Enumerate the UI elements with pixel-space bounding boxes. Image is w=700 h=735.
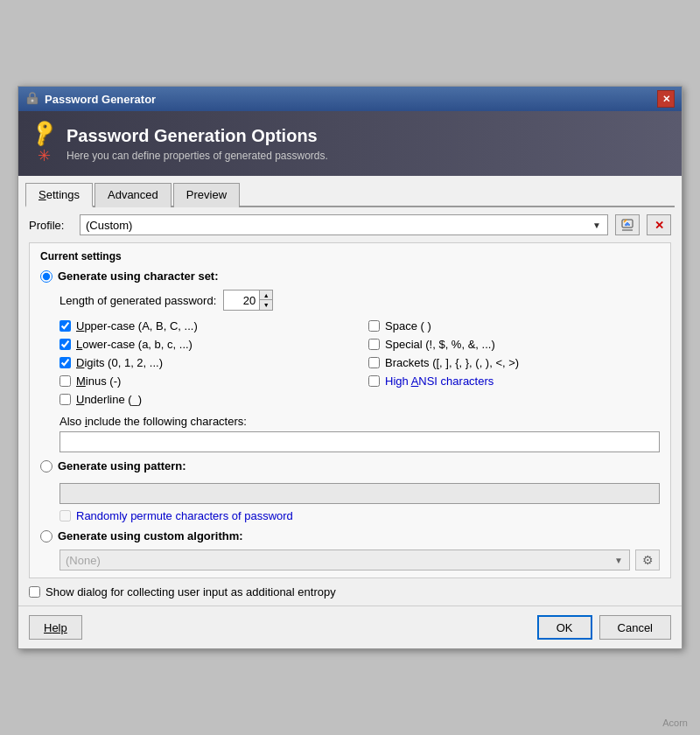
permute-row: Randomly permute characters of password [60,509,660,522]
ok-button[interactable]: OK [537,615,592,640]
special-checkbox[interactable] [368,339,380,350]
title-bar: Password Generator ✕ [18,87,682,111]
header-icons: 🔑 ✳ [32,122,56,165]
uppercase-checkbox[interactable] [60,320,71,332]
algo-select: (None) [60,550,630,570]
radio-charset-option: Generate using character set: [40,270,660,283]
pattern-label: Generate using pattern: [58,459,186,472]
length-increment-button[interactable]: ▲ [260,290,272,300]
footer-right: OK Cancel [537,615,671,640]
length-row: Length of generated password: ▲ ▼ [60,290,660,311]
length-input[interactable] [224,290,259,310]
check-brackets: Brackets ([, ], {, }, (, ), <, >) [368,356,660,369]
lowercase-label[interactable]: Lower-case (a, b, c, ...) [76,338,192,351]
check-minus: Minus (-) [60,374,351,388]
underline-checkbox[interactable] [60,394,71,405]
charset-radio-label[interactable]: Generate using character set: [58,270,219,283]
pattern-input [60,483,660,504]
help-button[interactable]: Help [29,615,82,640]
charset-checkboxes: Upper-case (A, B, C, ...) Space ( ) Lowe… [60,319,660,406]
digits-checkbox[interactable] [60,357,71,368]
length-label: Length of generated password: [60,294,216,307]
title-bar-left: Password Generator [25,92,156,106]
space-label[interactable]: Space ( ) [385,319,431,332]
tab-settings[interactable]: Settings [25,183,93,207]
pattern-radio[interactable] [40,460,52,472]
charset-radio[interactable] [40,270,52,283]
custom-label: Generate using custom algorithm: [58,529,243,542]
check-space: Space ( ) [368,319,660,332]
custom-radio[interactable] [40,530,52,542]
svg-point-1 [32,100,34,102]
profile-label: Profile: [29,219,73,232]
tab-advanced[interactable]: Advanced [94,183,172,207]
key-icon: 🔑 [28,117,60,149]
help-button-label: Help [44,621,67,634]
header-title: Password Generation Options [66,126,328,146]
edit-profile-button[interactable] [615,214,640,235]
uppercase-label[interactable]: Upper-case (A, B, C, ...) [76,319,198,332]
also-include-input[interactable] [60,431,660,452]
special-label[interactable]: Special (!, $, %, &, ...) [385,338,495,351]
delete-profile-button[interactable]: ✕ [647,214,671,235]
header-subtitle: Here you can define properties of genera… [66,150,328,162]
main-window: Password Generator ✕ 🔑 ✳ Password Genera… [18,86,682,649]
digits-label[interactable]: Digits (0, 1, 2, ...) [76,356,163,369]
tab-settings-label: Settings [38,188,80,201]
cancel-button[interactable]: Cancel [599,615,671,640]
check-digits: Digits (0, 1, 2, ...) [60,356,351,369]
lowercase-checkbox[interactable] [60,339,71,350]
close-button[interactable]: ✕ [657,90,675,108]
profile-select[interactable]: (Custom) [80,214,608,235]
tab-preview-label: Preview [186,188,227,201]
custom-algo-row: (None) ⚙ [60,550,660,570]
entropy-label[interactable]: Show dialog for collecting user input as… [46,585,336,598]
gear-icon: ⚙ [642,553,654,567]
tab-advanced-label: Advanced [108,188,158,201]
profile-select-wrapper: (Custom) [80,214,608,235]
header-banner: 🔑 ✳ Password Generation Options Here you… [18,111,682,176]
tab-preview[interactable]: Preview [173,183,240,207]
radio-custom-option: Generate using custom algorithm: [40,529,660,542]
charset-options: Length of generated password: ▲ ▼ Upper-… [60,290,660,459]
tab-bar: Settings Advanced Preview [25,183,675,207]
settings-group: Current settings Generate using characte… [29,242,671,578]
high-ansi-label[interactable]: High ANSI characters [385,374,494,388]
footer: Help OK Cancel [18,606,682,648]
underline-label[interactable]: Underline (_) [76,393,142,406]
brackets-checkbox[interactable] [368,357,380,368]
minus-label[interactable]: Minus (-) [76,374,121,388]
length-spinner: ▲ ▼ [259,290,272,310]
edit-icon [621,219,634,231]
entropy-row: Show dialog for collecting user input as… [29,585,671,598]
length-decrement-button[interactable]: ▼ [260,300,272,310]
custom-radio-label[interactable]: Generate using custom algorithm: [58,529,243,542]
brackets-label[interactable]: Brackets ([, ], {, }, (, ), <, >) [385,356,519,369]
also-include-label: Also include the following characters: [60,415,660,428]
content-area: Settings Advanced Preview Profile: (Cust… [18,176,682,606]
watermark: Acorn [662,718,688,728]
group-title: Current settings [40,250,660,262]
high-ansi-checkbox[interactable] [368,375,380,387]
minus-checkbox[interactable] [60,375,71,387]
delete-icon: ✕ [654,219,664,232]
space-checkbox[interactable] [368,320,380,332]
algo-settings-button: ⚙ [635,550,660,570]
radio-pattern-option: Generate using pattern: [40,459,660,472]
permute-label: Randomly permute characters of password [76,509,293,522]
check-special: Special (!, $, %, &, ...) [368,338,660,351]
profile-row: Profile: (Custom) ✕ [25,214,675,235]
header-text: Password Generation Options Here you can… [66,126,328,162]
algo-select-wrapper: (None) [60,550,630,570]
length-input-wrap: ▲ ▼ [223,290,273,311]
charset-label: Generate using character set: [58,270,219,283]
star-icon: ✳ [38,146,51,165]
app-icon [25,92,39,106]
permute-checkbox [60,510,71,522]
window-title: Password Generator [45,93,156,106]
check-underline: Underline (_) [60,393,351,406]
check-high-ansi: High ANSI characters [368,374,660,388]
pattern-radio-label[interactable]: Generate using pattern: [58,459,186,472]
entropy-checkbox[interactable] [29,586,40,598]
pattern-options: Randomly permute characters of password [60,480,660,522]
